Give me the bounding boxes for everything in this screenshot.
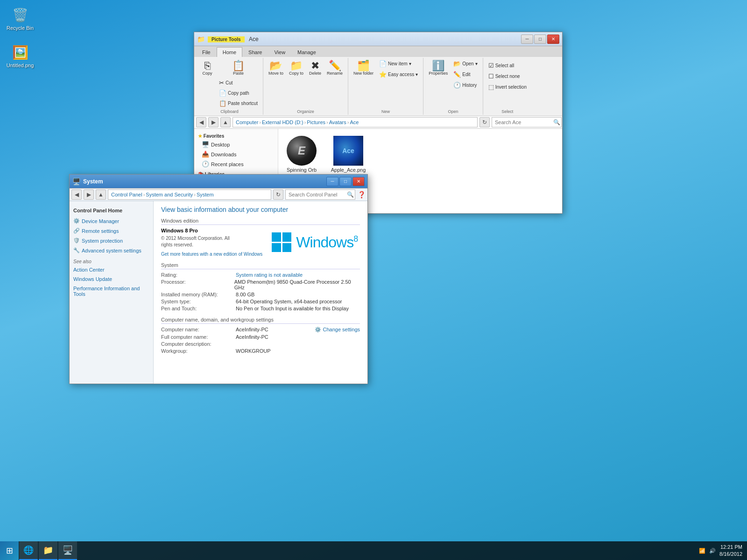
tab-manage[interactable]: Manage xyxy=(291,47,322,57)
taskbar-ie[interactable]: 🌐 xyxy=(19,541,38,560)
move-to-button[interactable]: 📂 Move to xyxy=(266,59,286,77)
windows8-squares xyxy=(272,232,291,252)
action-center-link[interactable]: Action Center xyxy=(70,265,153,274)
apple-ace-img xyxy=(333,136,363,166)
recycle-bin-label: Recycle Bin xyxy=(7,25,34,31)
pen-touch-value: No Pen or Touch Input is available for t… xyxy=(236,306,349,311)
full-comp-name-value: AceInfinity-PC xyxy=(236,334,268,340)
open-icon: 📂 xyxy=(453,60,461,67)
paste-button[interactable]: 📋 Paste xyxy=(217,59,260,77)
cut-button[interactable]: ✂ Cut xyxy=(217,78,260,88)
full-comp-name-label: Full computer name: xyxy=(161,334,236,340)
file-spinning-orb[interactable]: Spinning Orb xyxy=(283,133,320,175)
advanced-system-settings-link[interactable]: 🔧 Advanced system settings xyxy=(70,245,153,255)
network-icon: 📶 xyxy=(699,548,705,554)
copy-button[interactable]: ⎘ Copy xyxy=(199,59,216,77)
system-minimize-button[interactable]: ─ xyxy=(326,177,338,186)
recycle-bin-icon[interactable]: 🗑️ Recycle Bin xyxy=(4,4,36,33)
address-path[interactable]: Computer › External HDD (D:) › Pictures … xyxy=(233,117,478,127)
tab-home[interactable]: Home xyxy=(217,47,242,57)
history-button[interactable]: 🕐 History xyxy=(451,80,479,90)
comp-name-label: Computer name: xyxy=(161,327,236,333)
organize-group: 📂 Move to 📁 Copy to ✖ Delete ✏️ Rename xyxy=(263,58,348,115)
gear-icon: ⚙️ xyxy=(315,327,321,332)
new-folder-button[interactable]: 🗂️ New folder xyxy=(351,59,376,77)
downloads-icon: 📥 xyxy=(202,151,209,158)
nav-desktop[interactable]: 🖥️ Desktop xyxy=(194,140,278,149)
easy-access-button[interactable]: ⭐ Easy access ▾ xyxy=(377,70,420,79)
spinning-orb-label: Spinning Orb xyxy=(287,167,317,173)
clipboard-label: Clipboard xyxy=(199,108,260,114)
upgrade-link[interactable]: Get more features with a new edition of … xyxy=(161,252,262,257)
copy-to-button[interactable]: 📁 Copy to xyxy=(287,59,306,77)
untitled-png-icon[interactable]: 🖼️ Untitled.png xyxy=(4,41,36,70)
processor-row: Processor: AMD Phenom(tm) 9850 Quad-Core… xyxy=(161,279,360,290)
system-protection-link[interactable]: 🛡️ System protection xyxy=(70,236,153,245)
start-button[interactable]: ⊞ xyxy=(0,541,19,560)
clipboard-group: ⎘ Copy 📋 Paste ✂ Cut 📄 xyxy=(196,58,263,115)
device-manager-link[interactable]: ⚙️ Device Manager xyxy=(70,216,153,226)
taskbar-date: 8/16/2012 xyxy=(719,551,742,558)
properties-button[interactable]: ℹ️ Properties xyxy=(426,59,450,77)
nav-downloads[interactable]: 📥 Downloads xyxy=(194,149,278,159)
close-button[interactable]: ✕ xyxy=(547,35,559,44)
refresh-button[interactable]: ↻ xyxy=(479,117,490,127)
control-panel-home-link[interactable]: Control Panel Home xyxy=(70,205,153,216)
taskbar-clock[interactable]: 12:21 PM 8/16/2012 xyxy=(719,544,742,558)
file-explorer-title: Picture Tools Ace xyxy=(208,36,521,42)
new-folder-icon: 🗂️ xyxy=(357,61,370,71)
invert-selection-button[interactable]: ⬚ Invert selection xyxy=(486,82,529,92)
processor-value: AMD Phenom(tm) 9850 Quad-Core Processor … xyxy=(234,279,360,290)
open-button[interactable]: 📂 Open ▾ xyxy=(451,59,479,69)
delete-button[interactable]: ✖ Delete xyxy=(307,59,324,77)
minimize-button[interactable]: ─ xyxy=(521,35,533,44)
up-button[interactable]: ▲ xyxy=(220,117,231,127)
system-search-input[interactable] xyxy=(285,189,355,200)
back-button[interactable]: ◀ xyxy=(196,117,206,127)
change-settings-link[interactable]: ⚙️ Change settings xyxy=(315,327,360,333)
properties-icon: ℹ️ xyxy=(432,61,444,71)
maximize-button[interactable]: □ xyxy=(534,35,546,44)
windows-update-link[interactable]: Windows Update xyxy=(70,274,153,284)
copy-path-button[interactable]: 📄 Copy path xyxy=(217,88,260,98)
tab-view[interactable]: View xyxy=(268,47,291,57)
nav-recent[interactable]: 🕐 Recent places xyxy=(194,159,278,169)
select-all-button[interactable]: ☑ Select all xyxy=(486,61,529,70)
system-close-button[interactable]: ✕ xyxy=(352,177,365,186)
tab-share[interactable]: Share xyxy=(242,47,268,57)
help-icon[interactable]: ❓ xyxy=(358,191,366,198)
select-none-icon: ☐ xyxy=(488,73,494,80)
search-input[interactable] xyxy=(492,117,562,127)
system-maximize-button[interactable]: □ xyxy=(339,177,352,186)
system-up-button[interactable]: ▲ xyxy=(96,189,106,200)
taskbar-explorer[interactable]: 📁 xyxy=(39,541,57,560)
taskbar-tray: 📶 🔊 12:21 PM 8/16/2012 xyxy=(694,544,747,558)
system-back-button[interactable]: ◀ xyxy=(71,189,82,200)
performance-info-link[interactable]: Performance Information and Tools xyxy=(70,284,153,299)
paste-shortcut-button[interactable]: 📋 Paste shortcut xyxy=(217,98,260,108)
taskbar-system[interactable]: 🖥️ xyxy=(58,541,77,560)
comp-desc-row: Computer description: xyxy=(161,341,360,347)
rename-button[interactable]: ✏️ Rename xyxy=(324,59,345,77)
remote-settings-link[interactable]: 🔗 Remote settings xyxy=(70,226,153,236)
new-item-button[interactable]: 📄 New item ▾ xyxy=(377,59,420,69)
easy-access-icon: ⭐ xyxy=(379,71,387,78)
rename-icon: ✏️ xyxy=(329,61,341,71)
taskbar-items: 🌐 📁 🖥️ xyxy=(19,541,694,560)
system-forward-button[interactable]: ▶ xyxy=(84,189,94,200)
tab-file[interactable]: File xyxy=(196,47,217,57)
system-address-path[interactable]: Control Panel › System and Security › Sy… xyxy=(108,189,271,200)
paste-icon: 📋 xyxy=(232,61,245,71)
edit-button[interactable]: ✏️ Edit xyxy=(451,70,479,79)
forward-button[interactable]: ▶ xyxy=(208,117,218,127)
page-title: View basic information about your comput… xyxy=(161,206,360,213)
win8-sq1 xyxy=(272,232,281,242)
system-info-group: System Rating: System rating is not avai… xyxy=(161,262,360,311)
orb-thumbnail xyxy=(287,136,317,166)
system-address-bar: ◀ ▶ ▲ Control Panel › System and Securit… xyxy=(70,189,367,201)
rating-value[interactable]: System rating is not available xyxy=(236,272,303,278)
file-apple-ace[interactable]: Apple_Ace.png xyxy=(330,133,367,175)
select-none-button[interactable]: ☐ Select none xyxy=(486,71,529,81)
system-refresh-button[interactable]: ↻ xyxy=(273,189,283,200)
address-bar: ◀ ▶ ▲ Computer › External HDD (D:) › Pic… xyxy=(194,116,562,129)
